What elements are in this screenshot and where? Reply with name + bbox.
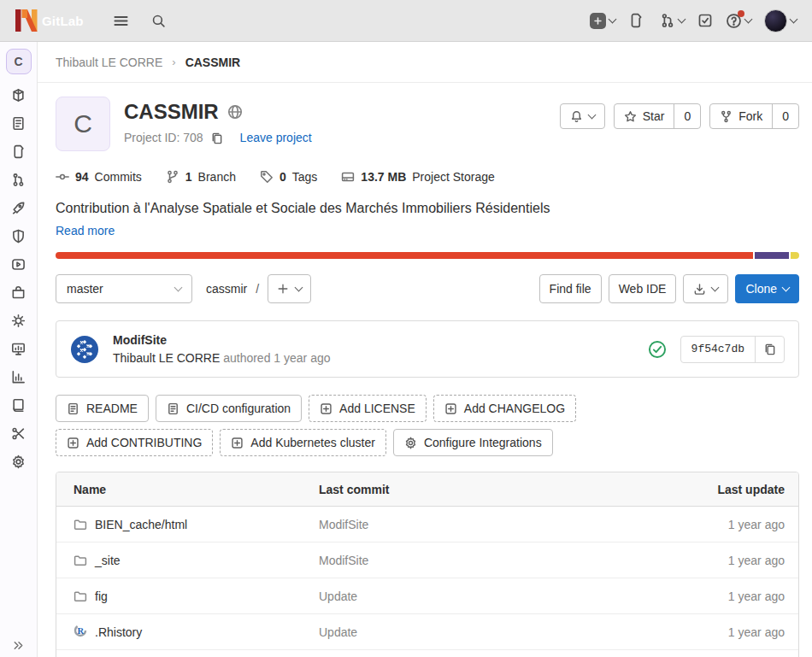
table-row[interactable]: BIEN_cache/html ModifSite 1 year ago (56, 507, 798, 543)
sidebar-item-settings[interactable] (0, 448, 37, 476)
sidebar-item-security-compliance[interactable] (0, 222, 37, 250)
branch-icon (166, 170, 179, 184)
globe-icon (227, 104, 243, 120)
merge-requests-button[interactable] (660, 13, 685, 28)
table-row[interactable]: R .Rhistory Update 1 year ago (56, 614, 798, 650)
folder-icon (74, 554, 87, 567)
tags-label: Tags (292, 170, 318, 184)
sidebar-item-project-information[interactable] (0, 81, 37, 109)
sidebar-collapse-toggle[interactable] (0, 639, 37, 652)
plus-square-icon (444, 402, 457, 415)
file-commit-link[interactable]: ModifSite (319, 518, 653, 531)
branch-selector[interactable]: master (56, 274, 192, 303)
clone-button[interactable]: Clone (735, 274, 799, 303)
file-commit-link[interactable]: Update (319, 590, 653, 603)
commits-stat[interactable]: 94 Commits (56, 170, 142, 184)
repo-path[interactable]: cassmir (206, 282, 247, 296)
pipeline-status-success-icon[interactable] (648, 340, 667, 359)
help-icon (726, 13, 742, 29)
sidebar-item-packages-registries[interactable] (0, 279, 37, 307)
breadcrumb-separator: › (172, 56, 175, 68)
add-changelog-button[interactable]: Add CHANGELOG (433, 395, 576, 422)
find-file-button[interactable]: Find file (539, 274, 602, 303)
breadcrumb-parent-link[interactable]: Thibault LE CORRE (56, 56, 162, 69)
leave-project-link[interactable]: Leave project (240, 131, 312, 144)
merge-requests-icon (660, 13, 675, 28)
file-name-link[interactable]: _site (95, 554, 121, 567)
chevron-down-icon (744, 15, 753, 23)
branches-label: Branch (198, 170, 236, 184)
star-count[interactable]: 0 (674, 104, 700, 128)
star-label: Star (643, 109, 665, 123)
sidebar-item-deployments[interactable] (0, 250, 37, 279)
file-commit-link[interactable]: ModifSite (319, 554, 653, 567)
help-button[interactable] (726, 13, 751, 29)
tags-stat[interactable]: 0 Tags (260, 170, 317, 184)
new-menu-button[interactable] (590, 13, 615, 29)
branch-name: master (67, 282, 103, 296)
gear-icon (404, 437, 417, 449)
commit-sha-group: 9f54c7db (680, 336, 785, 363)
search-icon[interactable] (151, 14, 166, 28)
storage-stat[interactable]: 13.7 MB Project Storage (341, 170, 494, 184)
copy-commit-sha-icon[interactable] (755, 337, 784, 362)
project-stats: 94 Commits 1 Branch 0 Tags (56, 170, 799, 184)
fork-count[interactable]: 0 (772, 104, 798, 128)
add-contributing-button[interactable]: Add CONTRIBUTING (56, 429, 213, 456)
sidebar-item-wiki[interactable] (0, 391, 37, 419)
language-bar[interactable] (56, 252, 799, 259)
notification-setting-button[interactable] (560, 103, 605, 129)
fork-button[interactable]: Fork 0 (709, 103, 799, 129)
storage-value: 13.7 MB (361, 170, 406, 184)
add-kubernetes-cluster-button[interactable]: Add Kubernetes cluster (220, 429, 386, 456)
file-name-link[interactable]: BIEN_cache/html (95, 518, 187, 531)
read-more-link[interactable]: Read more (56, 224, 115, 238)
sidebar-item-infrastructure[interactable] (0, 307, 37, 335)
add-license-button[interactable]: Add LICENSE (309, 395, 427, 422)
file-icon (167, 402, 179, 415)
web-ide-label: Web IDE (619, 282, 667, 296)
sidebar-item-snippets[interactable] (0, 419, 37, 448)
hamburger-menu-icon[interactable] (113, 13, 129, 29)
copy-project-id-icon[interactable] (210, 132, 223, 144)
sidebar-item-issues[interactable] (0, 138, 37, 166)
table-row[interactable]: fig Update 1 year ago (56, 578, 798, 614)
chevron-down-icon (295, 283, 303, 291)
commit-author-avatar[interactable] (70, 335, 99, 364)
configure-integrations-button[interactable]: Configure Integrations (393, 429, 553, 456)
issues-button[interactable] (628, 13, 647, 28)
file-updated: 1 year ago (653, 554, 798, 567)
file-name-link[interactable]: .Rhistory (95, 625, 142, 639)
branches-stat[interactable]: 1 Branch (166, 170, 236, 184)
file-commit-link[interactable]: Update (319, 625, 653, 639)
web-ide-button[interactable]: Web IDE (609, 274, 677, 303)
clone-label: Clone (745, 282, 777, 296)
project-avatar: C (56, 97, 110, 151)
project-buttons: README CI/CD configuration Add LICENSE (56, 395, 680, 456)
sidebar-item-merge-requests[interactable] (0, 166, 37, 194)
file-name-link[interactable]: fig (95, 590, 108, 603)
deployments-icon (11, 257, 26, 272)
add-changelog-label: Add CHANGELOG (464, 402, 565, 415)
instance-logo[interactable]: GitLab (15, 9, 84, 32)
commit-message-link[interactable]: ModifSite (113, 333, 331, 347)
readme-button[interactable]: README (56, 395, 149, 422)
download-button[interactable] (683, 274, 728, 303)
fork-label: Fork (738, 109, 762, 123)
user-menu-button[interactable] (764, 9, 797, 32)
add-file-dropdown[interactable] (268, 274, 311, 303)
commit-author-link[interactable]: Thibault LE CORRE (113, 351, 220, 365)
merge-requests-icon (11, 173, 26, 187)
sidebar-item-repository[interactable] (0, 109, 37, 138)
sidebar-item-monitor[interactable] (0, 335, 37, 363)
cicd-configuration-button[interactable]: CI/CD configuration (156, 395, 302, 422)
todos-button[interactable] (697, 13, 713, 28)
table-row[interactable]: _site ModifSite 1 year ago (56, 543, 798, 578)
sidebar-item-ci-cd[interactable] (0, 194, 37, 222)
chevron-down-icon (711, 283, 720, 291)
sidebar-project-avatar[interactable]: C (6, 49, 32, 74)
analytics-icon (11, 370, 26, 384)
star-button[interactable]: Star 0 (614, 103, 701, 129)
sidebar-item-analytics[interactable] (0, 363, 37, 391)
notification-dot (738, 10, 744, 17)
